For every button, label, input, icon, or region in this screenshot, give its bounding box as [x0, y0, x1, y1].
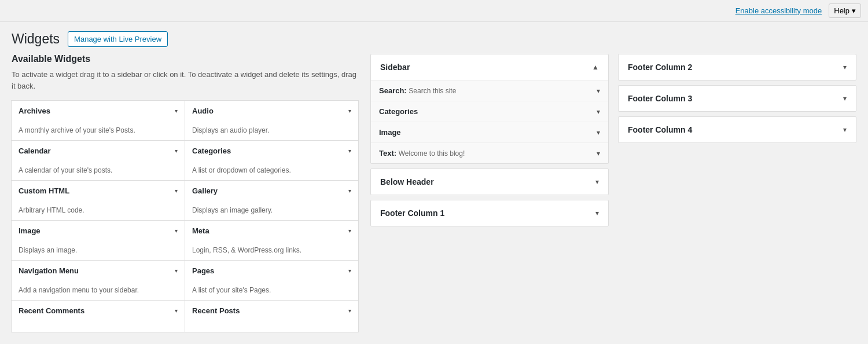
widget-recent-comments-header[interactable]: Recent Comments ▾ [12, 301, 185, 321]
widget-pages-header[interactable]: Pages ▾ [185, 261, 358, 281]
widget-pages: Pages ▾ A list of your site's Pages. [185, 260, 359, 301]
help-label: Help [834, 6, 849, 15]
footer-column3-area-header[interactable]: Footer Column 3 ▾ [619, 86, 856, 111]
widget-gallery-header[interactable]: Gallery ▾ [185, 181, 358, 202]
live-preview-button[interactable]: Manage with Live Preview [68, 31, 168, 47]
sidebar-categories-chevron-icon: ▾ [597, 108, 600, 116]
footer-column3-area-title: Footer Column 3 [628, 94, 692, 103]
widget-recent-posts: Recent Posts ▾ [185, 300, 359, 332]
widget-audio-desc: Displays an audio player. [185, 122, 358, 140]
footer-column3-area: Footer Column 3 ▾ [618, 85, 856, 112]
page-header: Widgets Manage with Live Preview [0, 22, 868, 54]
widget-custom-html-name: Custom HTML [19, 186, 69, 195]
sidebar-text-widget[interactable]: Text: Welcome to this blog! ▾ [371, 142, 608, 163]
sidebar-image-widget[interactable]: Image ▾ [371, 122, 608, 142]
right-panel: Sidebar ▲ Search: Search this site ▾ Cat… [370, 54, 856, 332]
sidebar-categories-label: Categories [379, 107, 418, 116]
footer-column2-area-header[interactable]: Footer Column 2 ▾ [619, 54, 856, 80]
sidebar-text-chevron-icon: ▾ [597, 149, 600, 158]
footer-column4-area-header[interactable]: Footer Column 4 ▾ [619, 117, 856, 142]
widget-categories: Categories ▾ A list or dropdown of categ… [185, 140, 359, 181]
widget-audio: Audio ▾ Displays an audio player. [185, 100, 359, 141]
available-widgets-desc: To activate a widget drag it to a sideba… [12, 69, 359, 92]
widget-calendar-name: Calendar [19, 147, 51, 155]
widget-pages-desc: A list of your site's Pages. [185, 281, 358, 300]
widget-gallery-name: Gallery [192, 186, 218, 195]
widget-categories-header[interactable]: Categories ▾ [185, 141, 358, 162]
footer-column2-area: Footer Column 2 ▾ [618, 54, 856, 80]
widget-calendar-desc: A calendar of your site's posts. [12, 162, 185, 180]
widget-navigation-menu-name: Navigation Menu [19, 266, 79, 275]
sidebar-search-chevron-icon: ▾ [597, 87, 600, 95]
sidebar-image-label: Image [379, 128, 401, 137]
help-button[interactable]: Help ▾ [829, 3, 861, 18]
widget-navigation-menu-chevron-icon: ▾ [175, 268, 178, 274]
widget-pages-name: Pages [192, 266, 214, 275]
widget-gallery: Gallery ▾ Displays an image gallery. [185, 180, 359, 221]
sidebar-area-header[interactable]: Sidebar ▲ [371, 54, 608, 80]
widget-categories-desc: A list or dropdown of categories. [185, 162, 358, 180]
widget-audio-header[interactable]: Audio ▾ [185, 101, 358, 122]
top-bar: Enable accessibility mode Help ▾ [0, 0, 868, 22]
sidebar-column: Sidebar ▲ Search: Search this site ▾ Cat… [370, 54, 609, 332]
widget-gallery-desc: Displays an image gallery. [185, 202, 358, 220]
widget-recent-comments-desc [12, 321, 185, 332]
widget-audio-chevron-icon: ▾ [348, 108, 351, 114]
available-widgets-title: Available Widgets [12, 54, 359, 64]
widget-custom-html-desc: Arbitrary HTML code. [12, 202, 185, 220]
widget-recent-posts-chevron-icon: ▾ [348, 308, 351, 314]
widget-categories-name: Categories [192, 147, 231, 155]
sidebar-categories-widget[interactable]: Categories ▾ [371, 101, 608, 122]
footer-column4-area: Footer Column 4 ▾ [618, 116, 856, 143]
widget-pages-chevron-icon: ▾ [348, 268, 351, 274]
widget-meta-desc: Login, RSS, & WordPress.org links. [185, 241, 358, 260]
footer-column4-area-title: Footer Column 4 [628, 125, 692, 134]
widget-meta-header[interactable]: Meta ▾ [185, 221, 358, 241]
widget-meta: Meta ▾ Login, RSS, & WordPress.org links… [185, 220, 359, 261]
widget-archives-name: Archives [19, 107, 50, 115]
widget-archives-header[interactable]: Archives ▾ [12, 101, 185, 122]
widget-recent-posts-header[interactable]: Recent Posts ▾ [185, 301, 358, 321]
widget-recent-comments: Recent Comments ▾ [11, 300, 185, 332]
sidebar-text-label: Text: Welcome to this blog! [379, 149, 465, 158]
accessibility-mode-link[interactable]: Enable accessibility mode [735, 6, 822, 15]
widget-image-name: Image [19, 226, 41, 235]
page-title: Widgets [12, 31, 60, 47]
footer-column1-area-header[interactable]: Footer Column 1 ▾ [371, 200, 608, 226]
below-header-area-title: Below Header [380, 177, 434, 186]
widget-calendar: Calendar ▾ A calendar of your site's pos… [11, 140, 185, 181]
widget-archives-chevron-icon: ▾ [175, 108, 178, 114]
footer-column4-chevron-icon: ▾ [843, 126, 847, 134]
widget-grid: Archives ▾ A monthly archive of your sit… [12, 101, 359, 332]
below-header-area-header[interactable]: Below Header ▾ [371, 169, 608, 195]
footer-column2-area-title: Footer Column 2 [628, 63, 692, 72]
footer-column1-chevron-icon: ▾ [595, 209, 599, 217]
footer-column1-area-title: Footer Column 1 [380, 208, 444, 218]
help-chevron-icon: ▾ [852, 6, 856, 15]
sidebar-image-chevron-icon: ▾ [597, 129, 600, 137]
widget-image-header[interactable]: Image ▾ [12, 221, 185, 241]
footer-column3-chevron-icon: ▾ [843, 94, 847, 103]
available-widgets-panel: Available Widgets To activate a widget d… [12, 54, 359, 332]
widget-image-chevron-icon: ▾ [175, 228, 178, 234]
widget-custom-html-chevron-icon: ▾ [175, 188, 178, 194]
widget-custom-html-header[interactable]: Custom HTML ▾ [12, 181, 185, 202]
widget-calendar-header[interactable]: Calendar ▾ [12, 141, 185, 162]
widget-gallery-chevron-icon: ▾ [348, 188, 351, 194]
sidebar-area-title: Sidebar [380, 63, 410, 72]
footer-column1-area: Footer Column 1 ▾ [370, 200, 609, 226]
widget-navigation-menu: Navigation Menu ▾ Add a navigation menu … [11, 260, 185, 301]
widget-navigation-menu-header[interactable]: Navigation Menu ▾ [12, 261, 185, 281]
sidebar-area-chevron-icon: ▲ [592, 63, 599, 71]
below-header-chevron-icon: ▾ [595, 178, 599, 186]
sidebar-search-label: Search: Search this site [379, 86, 456, 95]
below-header-area: Below Header ▾ [370, 169, 609, 195]
widget-recent-posts-desc [185, 321, 358, 332]
widget-recent-comments-chevron-icon: ▾ [175, 308, 178, 314]
widget-archives-desc: A monthly archive of your site's Posts. [12, 122, 185, 140]
footer-column2-chevron-icon: ▾ [843, 63, 847, 71]
widget-recent-comments-name: Recent Comments [19, 306, 84, 315]
widget-navigation-menu-desc: Add a navigation menu to your sidebar. [12, 281, 185, 300]
footer-columns: Footer Column 2 ▾ Footer Column 3 ▾ Foot… [618, 54, 856, 332]
sidebar-search-widget[interactable]: Search: Search this site ▾ [371, 80, 608, 101]
